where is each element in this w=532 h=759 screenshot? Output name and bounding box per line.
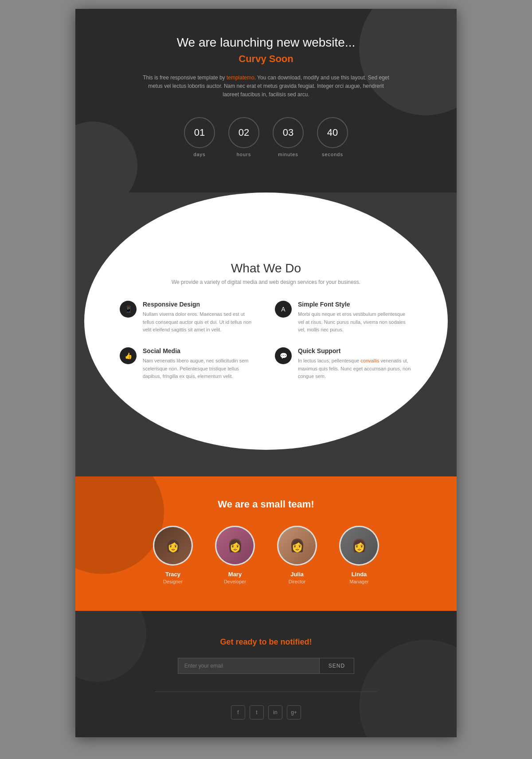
- notify-form: SEND: [93, 658, 439, 674]
- social-content: Social Media Nam venenatis libero augue,…: [143, 347, 257, 381]
- social-icons: f t in g+: [93, 705, 439, 720]
- hours-value: 02: [239, 127, 249, 138]
- facebook-icon[interactable]: f: [231, 705, 245, 720]
- font-text: Morbi quis neque et eros vestibulum pell…: [298, 311, 412, 334]
- social-media-icon: 👍: [120, 347, 137, 364]
- support-icon: 💬: [275, 347, 292, 364]
- send-button[interactable]: SEND: [320, 658, 354, 674]
- team-section: We are a small team! 👩 Tracy Designer 👩 …: [75, 476, 457, 611]
- feature-responsive: 📱 Responsive Design Nullam viverra dolor…: [120, 301, 257, 334]
- font-title: Simple Font Style: [298, 301, 412, 308]
- linda-role: Manager: [349, 579, 368, 584]
- julia-avatar-placeholder: 👩: [278, 527, 316, 564]
- julia-avatar: 👩: [277, 526, 317, 566]
- what-we-do-subtitle: We provide a variety of digital media an…: [172, 279, 360, 285]
- tracy-avatar-placeholder: 👩: [154, 527, 192, 564]
- hours-circle: 02: [228, 117, 259, 148]
- support-text: In lectus lacus, pellentesque convallis …: [298, 357, 412, 381]
- linda-avatar: 👩: [339, 526, 379, 566]
- minutes-label: minutes: [278, 152, 298, 157]
- hero-section: We are launching new website... Curvy So…: [75, 9, 457, 193]
- page-wrapper: We are launching new website... Curvy So…: [75, 9, 457, 737]
- divider: [155, 692, 377, 692]
- social-text: Nam venenatis libero augue, nec sollicit…: [143, 357, 257, 381]
- minutes-circle: 03: [273, 117, 304, 148]
- social-title: Social Media: [143, 347, 257, 354]
- font-content: Simple Font Style Morbi quis neque et er…: [298, 301, 412, 334]
- seconds-circle: 40: [317, 117, 348, 148]
- google-plus-icon[interactable]: g+: [287, 705, 301, 720]
- countdown-days: 01 days: [184, 117, 215, 157]
- countdown: 01 days 02 hours 03 minutes 40 se: [93, 117, 439, 157]
- feature-support: 💬 Quick Support In lectus lacus, pellent…: [275, 347, 412, 381]
- tracy-name: Tracy: [165, 571, 180, 578]
- responsive-title: Responsive Design: [143, 301, 257, 308]
- features-grid: 📱 Responsive Design Nullam viverra dolor…: [120, 301, 412, 381]
- team-member-julia: 👩 Julia Director: [277, 526, 317, 584]
- mary-role: Developer: [224, 579, 246, 584]
- days-circle: 01: [184, 117, 215, 148]
- notify-section: Get ready to be notified! SEND f t in g+: [75, 611, 457, 737]
- hero-description: This is free responsive template by temp…: [142, 74, 390, 99]
- team-grid: 👩 Tracy Designer 👩 Mary Developer 👩 Juli…: [93, 526, 439, 584]
- font-icon: A: [275, 301, 292, 318]
- team-member-linda: 👩 Linda Manager: [339, 526, 379, 584]
- linkedin-icon[interactable]: in: [268, 705, 282, 720]
- support-title: Quick Support: [298, 347, 412, 354]
- feature-social: 👍 Social Media Nam venenatis libero augu…: [120, 347, 257, 381]
- countdown-hours: 02 hours: [228, 117, 259, 157]
- notify-title: Get ready to be notified!: [93, 637, 439, 647]
- team-member-tracy: 👩 Tracy Designer: [153, 526, 193, 584]
- hours-label: hours: [237, 152, 251, 157]
- mary-avatar: 👩: [215, 526, 255, 566]
- responsive-text: Nullam viverra dolor eros. Maecenas sed …: [143, 311, 257, 334]
- tracy-role: Designer: [163, 579, 183, 584]
- email-input[interactable]: [178, 658, 320, 674]
- linda-avatar-placeholder: 👩: [340, 527, 378, 564]
- countdown-minutes: 03 minutes: [273, 117, 304, 157]
- days-value: 01: [194, 127, 205, 138]
- hero-subtitle: Curvy Soon: [93, 53, 439, 65]
- days-label: days: [193, 152, 205, 157]
- what-we-do-section: What We Do We provide a variety of digit…: [75, 193, 457, 476]
- team-member-mary: 👩 Mary Developer: [215, 526, 255, 584]
- templatemo-link[interactable]: templatemo: [227, 75, 254, 81]
- mary-name: Mary: [228, 571, 242, 578]
- julia-role: Director: [289, 579, 306, 584]
- feature-font: A Simple Font Style Morbi quis neque et …: [275, 301, 412, 334]
- what-we-do-title: What We Do: [231, 261, 301, 275]
- hero-title: We are launching new website...: [93, 35, 439, 50]
- support-content: Quick Support In lectus lacus, pellentes…: [298, 347, 412, 381]
- seconds-value: 40: [327, 127, 338, 138]
- responsive-content: Responsive Design Nullam viverra dolor e…: [143, 301, 257, 334]
- description-pre: This is free responsive template by: [143, 75, 227, 81]
- linda-name: Linda: [352, 571, 367, 578]
- twitter-icon[interactable]: t: [250, 705, 264, 720]
- seconds-label: seconds: [322, 152, 343, 157]
- responsive-icon: 📱: [120, 301, 137, 318]
- team-title: We are a small team!: [93, 499, 439, 510]
- julia-name: Julia: [290, 571, 304, 578]
- minutes-value: 03: [283, 127, 293, 138]
- oval-container: What We Do We provide a variety of digit…: [84, 193, 448, 450]
- convallis-link[interactable]: convallis: [360, 358, 379, 363]
- countdown-seconds: 40 seconds: [317, 117, 348, 157]
- tracy-avatar: 👩: [153, 526, 193, 566]
- mary-avatar-placeholder: 👩: [216, 527, 254, 564]
